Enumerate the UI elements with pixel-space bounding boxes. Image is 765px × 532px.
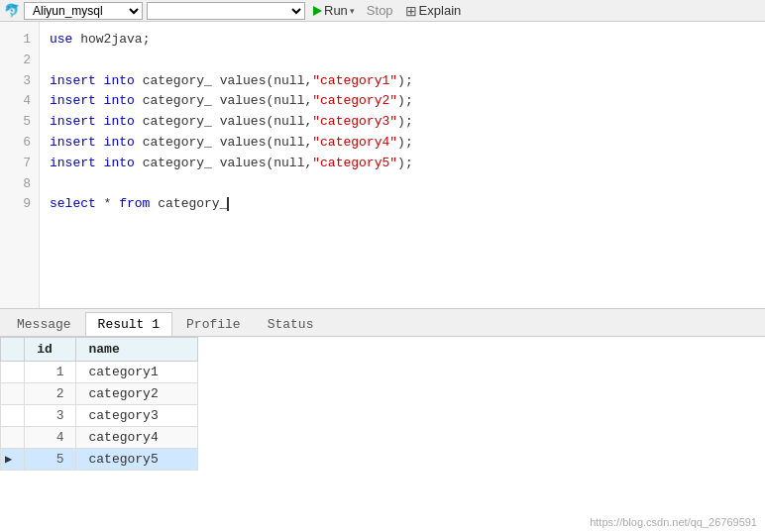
code-line: select * from category_ bbox=[50, 194, 755, 215]
cell-id: 2 bbox=[25, 383, 76, 405]
explain-icon: ⊞ bbox=[405, 3, 417, 19]
code-line: insert into category_ values(null,"categ… bbox=[50, 112, 755, 133]
results-table: idname1category12category23category34cat… bbox=[0, 337, 198, 471]
run-icon bbox=[313, 6, 322, 16]
tab-profile[interactable]: Profile bbox=[173, 312, 254, 336]
cell-id: 3 bbox=[25, 405, 76, 427]
col-header-id: id bbox=[25, 338, 76, 362]
row-arrow bbox=[1, 362, 25, 383]
row-arrow: ▶ bbox=[1, 449, 25, 471]
table-row[interactable]: 4category4 bbox=[1, 427, 198, 449]
line-number: 9 bbox=[0, 194, 39, 215]
stop-button[interactable]: Stop bbox=[363, 3, 397, 18]
row-arrow bbox=[1, 405, 25, 427]
results-area[interactable]: idname1category12category23category34cat… bbox=[0, 337, 765, 532]
line-number: 1 bbox=[0, 30, 39, 51]
code-line: insert into category_ values(null,"categ… bbox=[50, 154, 755, 174]
cell-name: category5 bbox=[76, 449, 198, 471]
line-number: 4 bbox=[0, 91, 39, 112]
db-icon: 🐬 bbox=[4, 3, 20, 19]
bottom-section: MessageResult 1ProfileStatus idname1cate… bbox=[0, 309, 765, 532]
cell-id: 4 bbox=[25, 427, 76, 449]
line-number: 5 bbox=[0, 112, 39, 133]
tabs-bar: MessageResult 1ProfileStatus bbox=[0, 309, 765, 337]
cell-id: 1 bbox=[25, 362, 76, 383]
stop-label: Stop bbox=[367, 3, 393, 18]
line-number: 7 bbox=[0, 154, 39, 174]
cell-name: category4 bbox=[76, 427, 198, 449]
schema-select[interactable] bbox=[147, 2, 305, 20]
watermark: https://blog.csdn.net/qq_26769591 bbox=[590, 516, 757, 528]
explain-label: Explain bbox=[419, 3, 462, 18]
table-row[interactable]: 1category1 bbox=[1, 362, 198, 383]
editor-area: 123456789 use how2java; insert into cate… bbox=[0, 22, 765, 309]
tab-result-1[interactable]: Result 1 bbox=[85, 312, 172, 336]
code-line bbox=[50, 174, 755, 195]
table-row[interactable]: ▶5category5 bbox=[1, 449, 198, 471]
tab-message[interactable]: Message bbox=[4, 312, 84, 336]
explain-button[interactable]: ⊞ Explain bbox=[401, 3, 466, 19]
toolbar: 🐬 Aliyun_mysql Run ▾ Stop ⊞ Explain bbox=[0, 0, 765, 22]
table-row[interactable]: 3category3 bbox=[1, 405, 198, 427]
run-button[interactable]: Run ▾ bbox=[309, 3, 359, 18]
row-arrow bbox=[1, 427, 25, 449]
code-editor[interactable]: use how2java; insert into category_ valu… bbox=[40, 22, 765, 308]
line-number: 6 bbox=[0, 133, 39, 154]
db-select[interactable]: Aliyun_mysql bbox=[24, 2, 143, 20]
cell-name: category3 bbox=[76, 405, 198, 427]
table-row[interactable]: 2category2 bbox=[1, 383, 198, 405]
cell-name: category1 bbox=[76, 362, 198, 383]
col-header-name: name bbox=[76, 338, 198, 362]
code-line: insert into category_ values(null,"categ… bbox=[50, 71, 755, 92]
cell-id: 5 bbox=[25, 449, 76, 471]
cell-name: category2 bbox=[76, 383, 198, 405]
row-arrow bbox=[1, 383, 25, 405]
code-line: insert into category_ values(null,"categ… bbox=[50, 133, 755, 154]
tab-status[interactable]: Status bbox=[255, 312, 327, 336]
col-arrow bbox=[1, 338, 25, 362]
line-numbers: 123456789 bbox=[0, 22, 40, 308]
run-dropdown-icon: ▾ bbox=[350, 6, 355, 16]
run-label: Run bbox=[324, 3, 348, 18]
code-line: insert into category_ values(null,"categ… bbox=[50, 91, 755, 112]
code-line: use how2java; bbox=[50, 30, 755, 51]
line-number: 2 bbox=[0, 51, 39, 71]
code-line bbox=[50, 51, 755, 71]
line-number: 8 bbox=[0, 174, 39, 195]
line-number: 3 bbox=[0, 71, 39, 92]
